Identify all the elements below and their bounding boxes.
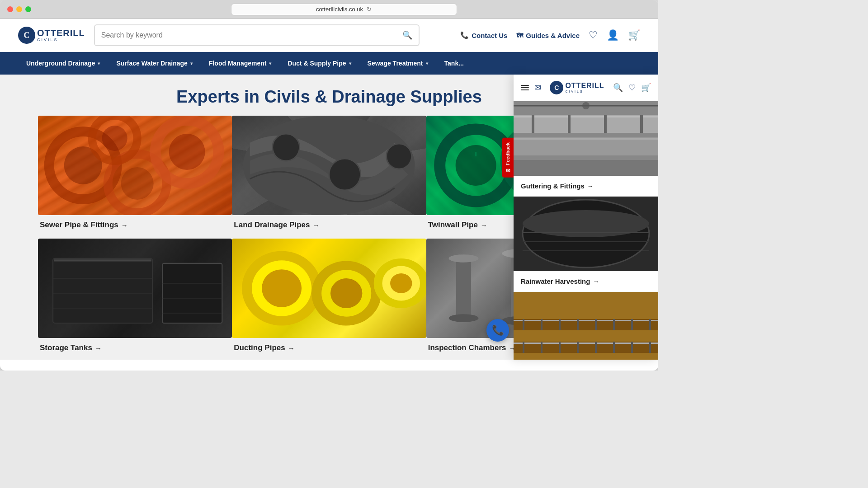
account-button[interactable]: 👤	[607, 29, 619, 41]
panel-item-drainage[interactable]	[514, 292, 658, 360]
panel-cart-icon[interactable]: 🛒	[641, 83, 651, 93]
arrow-icon: →	[95, 344, 102, 352]
arrow-icon: →	[593, 278, 599, 285]
logo-main-text: OTTERILL	[37, 28, 85, 38]
svg-point-3	[121, 167, 154, 200]
svg-rect-47	[568, 115, 571, 133]
nav-item-surface-water-drainage[interactable]: Surface Water Drainage ▾	[108, 52, 200, 75]
url-bar[interactable]: cotterillcivils.co.uk ↻	[231, 4, 457, 15]
browser-titlebar: cotterillcivils.co.uk ↻	[0, 0, 658, 19]
svg-rect-67	[577, 319, 579, 330]
product-label-sewer-pipe: Sewer Pipe & Fittings →	[38, 215, 232, 237]
product-label-ducting-pipes: Ducting Pipes →	[232, 338, 426, 360]
phone-float-button[interactable]: 📞	[486, 319, 509, 342]
contact-us-link[interactable]: 📞 Contact Us	[460, 31, 507, 39]
product-card-land-drainage[interactable]: Land Drainage Pipes →	[232, 116, 426, 237]
hamburger-menu-icon[interactable]	[521, 85, 529, 90]
arrow-icon: →	[313, 221, 320, 229]
svg-rect-69	[613, 319, 615, 330]
phone-icon: 📞	[492, 324, 504, 336]
search-bar[interactable]: 🔍	[94, 24, 420, 46]
arrow-icon: →	[121, 221, 128, 229]
guides-advice-link[interactable]: 🗺 Guides & Advice	[516, 32, 580, 39]
panel-image-drainage	[514, 292, 658, 360]
svg-point-36	[390, 273, 412, 293]
panel-header: ✉ C OTTERILL CIVILS 🔍 ♡ 🛒	[514, 75, 658, 101]
arrow-icon: →	[481, 221, 487, 229]
logo-text: OTTERILL CIVILS	[37, 28, 85, 42]
chevron-down-icon: ▾	[426, 61, 428, 66]
svg-rect-80	[631, 342, 633, 353]
search-input[interactable]	[101, 31, 399, 39]
maximize-button[interactable]	[25, 6, 31, 12]
phone-icon: 📞	[460, 31, 469, 39]
site-logo[interactable]: C OTTERILL CIVILS	[18, 27, 85, 44]
svg-point-11	[387, 144, 412, 169]
svg-rect-68	[595, 319, 597, 330]
product-label-land-drainage: Land Drainage Pipes →	[232, 215, 426, 237]
nav-item-duct-supply-pipe[interactable]: Duct & Supply Pipe ▾	[279, 52, 359, 75]
chevron-down-icon: ▾	[269, 61, 271, 66]
svg-rect-51	[514, 138, 658, 140]
panel-item-guttering[interactable]: Guttering & Fittings →	[514, 101, 658, 197]
svg-rect-66	[559, 319, 561, 330]
feedback-button[interactable]: ✉ Feedback	[502, 138, 514, 178]
svg-rect-75	[541, 342, 542, 353]
arrow-icon: →	[288, 344, 295, 352]
minimize-button[interactable]	[16, 6, 22, 12]
logo-sub-text: CIVILS	[37, 38, 85, 42]
svg-rect-45	[514, 116, 658, 117]
panel-image-rainwater	[514, 197, 658, 271]
refresh-icon[interactable]: ↻	[367, 6, 372, 13]
panel-logo[interactable]: C OTTERILL CIVILS	[547, 81, 608, 94]
svg-rect-71	[649, 319, 651, 330]
svg-rect-77	[577, 342, 579, 353]
panel-email-icon[interactable]: ✉	[534, 83, 541, 93]
product-card-storage-tanks[interactable]: Storage Tanks →	[38, 239, 232, 360]
panel-wishlist-icon[interactable]: ♡	[628, 83, 636, 93]
chevron-down-icon: ▾	[349, 61, 351, 66]
svg-point-38	[448, 314, 478, 322]
nav-item-underground-drainage[interactable]: Underground Drainage ▾	[18, 52, 108, 75]
panel-image-guttering	[514, 101, 658, 176]
search-button[interactable]: 🔍	[402, 30, 412, 40]
wishlist-button[interactable]: ♡	[589, 29, 598, 41]
svg-rect-74	[523, 342, 524, 353]
panel-item-rainwater[interactable]: Rainwater Harvesting →	[514, 197, 658, 292]
svg-point-5	[169, 134, 205, 170]
nav-item-flood-management[interactable]: Flood Management ▾	[201, 52, 280, 75]
svg-point-10	[329, 159, 361, 190]
feedback-email-icon: ✉	[505, 167, 511, 173]
cart-button[interactable]: 🛒	[628, 29, 640, 41]
product-card-sewer-pipe[interactable]: Sewer Pipe & Fittings →	[38, 116, 232, 237]
product-card-ducting-pipes[interactable]: Ducting Pipes →	[232, 239, 426, 360]
arrow-icon: →	[587, 183, 594, 190]
nav-item-sewage-treatment[interactable]: Sewage Treatment ▾	[359, 52, 436, 75]
chevron-down-icon: ▾	[98, 61, 100, 66]
product-image-storage-tanks	[38, 239, 232, 338]
svg-rect-63	[514, 320, 658, 321]
logo-icon: C	[18, 27, 35, 44]
svg-rect-19	[53, 258, 152, 323]
svg-rect-81	[649, 342, 651, 353]
svg-point-33	[330, 278, 362, 308]
svg-rect-52	[514, 160, 658, 176]
svg-rect-49	[640, 115, 643, 133]
svg-rect-79	[613, 342, 615, 353]
svg-rect-24	[162, 263, 222, 323]
panel-search-icon[interactable]: 🔍	[613, 83, 623, 93]
browser-content: C OTTERILL CIVILS 🔍 📞 Contact Us 🗺 G	[0, 19, 658, 371]
svg-point-37	[448, 254, 478, 263]
svg-rect-64	[523, 319, 524, 330]
close-button[interactable]	[7, 6, 13, 12]
site-header: C OTTERILL CIVILS 🔍 📞 Contact Us 🗺 G	[0, 19, 658, 52]
svg-point-13	[455, 145, 496, 186]
panel-logo-sub: CIVILS	[565, 90, 604, 94]
svg-rect-76	[559, 342, 561, 353]
svg-rect-48	[604, 115, 607, 133]
product-image-sewer-pipe	[38, 116, 232, 215]
side-panel: ✉ C OTTERILL CIVILS 🔍 ♡ 🛒	[514, 75, 658, 360]
main-content: Experts in Civils & Drainage Supplies	[0, 75, 658, 360]
nav-item-tanks[interactable]: Tank...	[436, 52, 472, 75]
url-text: cotterillcivils.co.uk	[316, 6, 363, 13]
